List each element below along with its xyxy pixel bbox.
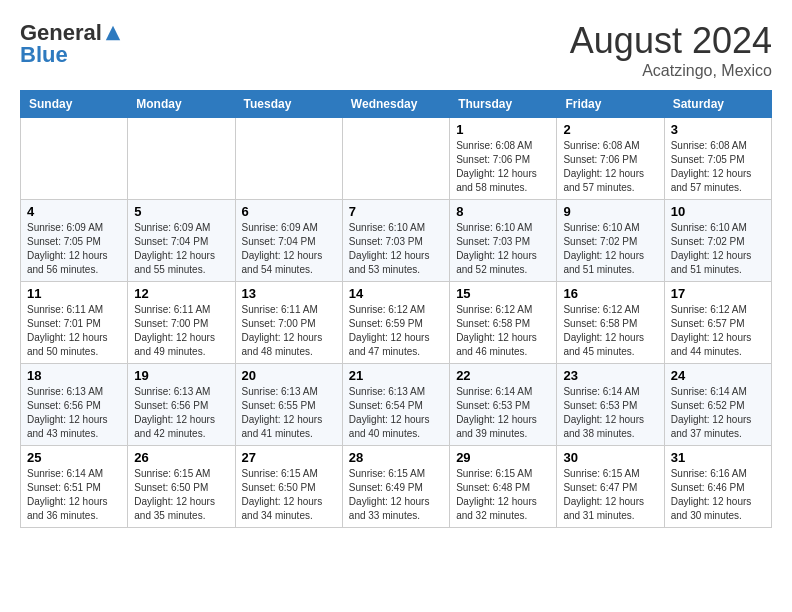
empty-day-cell bbox=[21, 118, 128, 200]
calendar-day-4: 4Sunrise: 6:09 AMSunset: 7:05 PMDaylight… bbox=[21, 200, 128, 282]
day-info: Sunrise: 6:12 AMSunset: 6:58 PMDaylight:… bbox=[456, 303, 550, 359]
empty-day-cell bbox=[342, 118, 449, 200]
calendar-week-row: 4Sunrise: 6:09 AMSunset: 7:05 PMDaylight… bbox=[21, 200, 772, 282]
calendar-day-15: 15Sunrise: 6:12 AMSunset: 6:58 PMDayligh… bbox=[450, 282, 557, 364]
logo-icon bbox=[104, 24, 122, 42]
calendar-day-26: 26Sunrise: 6:15 AMSunset: 6:50 PMDayligh… bbox=[128, 446, 235, 528]
day-info: Sunrise: 6:10 AMSunset: 7:03 PMDaylight:… bbox=[349, 221, 443, 277]
day-number: 30 bbox=[563, 450, 657, 465]
day-number: 15 bbox=[456, 286, 550, 301]
calendar-day-5: 5Sunrise: 6:09 AMSunset: 7:04 PMDaylight… bbox=[128, 200, 235, 282]
day-number: 20 bbox=[242, 368, 336, 383]
day-number: 22 bbox=[456, 368, 550, 383]
day-number: 11 bbox=[27, 286, 121, 301]
month-year-title: August 2024 bbox=[570, 20, 772, 62]
day-number: 16 bbox=[563, 286, 657, 301]
calendar-day-8: 8Sunrise: 6:10 AMSunset: 7:03 PMDaylight… bbox=[450, 200, 557, 282]
day-number: 17 bbox=[671, 286, 765, 301]
day-number: 19 bbox=[134, 368, 228, 383]
day-number: 24 bbox=[671, 368, 765, 383]
day-info: Sunrise: 6:12 AMSunset: 6:57 PMDaylight:… bbox=[671, 303, 765, 359]
calendar-day-23: 23Sunrise: 6:14 AMSunset: 6:53 PMDayligh… bbox=[557, 364, 664, 446]
day-info: Sunrise: 6:11 AMSunset: 7:00 PMDaylight:… bbox=[242, 303, 336, 359]
weekday-header-row: SundayMondayTuesdayWednesdayThursdayFrid… bbox=[21, 91, 772, 118]
empty-day-cell bbox=[235, 118, 342, 200]
day-info: Sunrise: 6:12 AMSunset: 6:59 PMDaylight:… bbox=[349, 303, 443, 359]
day-number: 9 bbox=[563, 204, 657, 219]
calendar-header: SundayMondayTuesdayWednesdayThursdayFrid… bbox=[21, 91, 772, 118]
day-number: 1 bbox=[456, 122, 550, 137]
day-number: 7 bbox=[349, 204, 443, 219]
day-number: 18 bbox=[27, 368, 121, 383]
day-info: Sunrise: 6:14 AMSunset: 6:51 PMDaylight:… bbox=[27, 467, 121, 523]
day-info: Sunrise: 6:13 AMSunset: 6:56 PMDaylight:… bbox=[134, 385, 228, 441]
day-number: 29 bbox=[456, 450, 550, 465]
day-info: Sunrise: 6:13 AMSunset: 6:56 PMDaylight:… bbox=[27, 385, 121, 441]
weekday-header-friday: Friday bbox=[557, 91, 664, 118]
day-info: Sunrise: 6:15 AMSunset: 6:48 PMDaylight:… bbox=[456, 467, 550, 523]
day-number: 28 bbox=[349, 450, 443, 465]
day-info: Sunrise: 6:14 AMSunset: 6:53 PMDaylight:… bbox=[456, 385, 550, 441]
calendar-day-28: 28Sunrise: 6:15 AMSunset: 6:49 PMDayligh… bbox=[342, 446, 449, 528]
calendar-day-24: 24Sunrise: 6:14 AMSunset: 6:52 PMDayligh… bbox=[664, 364, 771, 446]
day-info: Sunrise: 6:13 AMSunset: 6:55 PMDaylight:… bbox=[242, 385, 336, 441]
day-info: Sunrise: 6:15 AMSunset: 6:50 PMDaylight:… bbox=[134, 467, 228, 523]
day-info: Sunrise: 6:12 AMSunset: 6:58 PMDaylight:… bbox=[563, 303, 657, 359]
calendar-day-20: 20Sunrise: 6:13 AMSunset: 6:55 PMDayligh… bbox=[235, 364, 342, 446]
day-number: 25 bbox=[27, 450, 121, 465]
day-number: 4 bbox=[27, 204, 121, 219]
calendar-day-3: 3Sunrise: 6:08 AMSunset: 7:05 PMDaylight… bbox=[664, 118, 771, 200]
day-info: Sunrise: 6:10 AMSunset: 7:03 PMDaylight:… bbox=[456, 221, 550, 277]
day-info: Sunrise: 6:09 AMSunset: 7:04 PMDaylight:… bbox=[134, 221, 228, 277]
calendar-day-2: 2Sunrise: 6:08 AMSunset: 7:06 PMDaylight… bbox=[557, 118, 664, 200]
calendar-day-22: 22Sunrise: 6:14 AMSunset: 6:53 PMDayligh… bbox=[450, 364, 557, 446]
day-number: 23 bbox=[563, 368, 657, 383]
calendar-day-18: 18Sunrise: 6:13 AMSunset: 6:56 PMDayligh… bbox=[21, 364, 128, 446]
day-number: 26 bbox=[134, 450, 228, 465]
logo: General Blue bbox=[20, 20, 122, 68]
calendar-day-30: 30Sunrise: 6:15 AMSunset: 6:47 PMDayligh… bbox=[557, 446, 664, 528]
weekday-header-thursday: Thursday bbox=[450, 91, 557, 118]
calendar-week-row: 11Sunrise: 6:11 AMSunset: 7:01 PMDayligh… bbox=[21, 282, 772, 364]
weekday-header-tuesday: Tuesday bbox=[235, 91, 342, 118]
day-number: 10 bbox=[671, 204, 765, 219]
day-number: 5 bbox=[134, 204, 228, 219]
day-number: 8 bbox=[456, 204, 550, 219]
calendar-day-10: 10Sunrise: 6:10 AMSunset: 7:02 PMDayligh… bbox=[664, 200, 771, 282]
day-info: Sunrise: 6:09 AMSunset: 7:04 PMDaylight:… bbox=[242, 221, 336, 277]
day-info: Sunrise: 6:11 AMSunset: 7:00 PMDaylight:… bbox=[134, 303, 228, 359]
calendar-day-27: 27Sunrise: 6:15 AMSunset: 6:50 PMDayligh… bbox=[235, 446, 342, 528]
page-header: General Blue August 2024 Acatzingo, Mexi… bbox=[20, 20, 772, 80]
day-number: 14 bbox=[349, 286, 443, 301]
calendar-day-25: 25Sunrise: 6:14 AMSunset: 6:51 PMDayligh… bbox=[21, 446, 128, 528]
calendar-day-21: 21Sunrise: 6:13 AMSunset: 6:54 PMDayligh… bbox=[342, 364, 449, 446]
calendar-day-13: 13Sunrise: 6:11 AMSunset: 7:00 PMDayligh… bbox=[235, 282, 342, 364]
weekday-header-wednesday: Wednesday bbox=[342, 91, 449, 118]
calendar-day-29: 29Sunrise: 6:15 AMSunset: 6:48 PMDayligh… bbox=[450, 446, 557, 528]
day-info: Sunrise: 6:11 AMSunset: 7:01 PMDaylight:… bbox=[27, 303, 121, 359]
calendar-week-row: 25Sunrise: 6:14 AMSunset: 6:51 PMDayligh… bbox=[21, 446, 772, 528]
logo-blue-text: Blue bbox=[20, 42, 68, 68]
calendar-body: 1Sunrise: 6:08 AMSunset: 7:06 PMDaylight… bbox=[21, 118, 772, 528]
day-number: 12 bbox=[134, 286, 228, 301]
day-info: Sunrise: 6:09 AMSunset: 7:05 PMDaylight:… bbox=[27, 221, 121, 277]
day-info: Sunrise: 6:14 AMSunset: 6:53 PMDaylight:… bbox=[563, 385, 657, 441]
day-info: Sunrise: 6:10 AMSunset: 7:02 PMDaylight:… bbox=[671, 221, 765, 277]
calendar-day-11: 11Sunrise: 6:11 AMSunset: 7:01 PMDayligh… bbox=[21, 282, 128, 364]
day-number: 21 bbox=[349, 368, 443, 383]
day-number: 2 bbox=[563, 122, 657, 137]
title-section: August 2024 Acatzingo, Mexico bbox=[570, 20, 772, 80]
location-subtitle: Acatzingo, Mexico bbox=[570, 62, 772, 80]
calendar-day-31: 31Sunrise: 6:16 AMSunset: 6:46 PMDayligh… bbox=[664, 446, 771, 528]
day-info: Sunrise: 6:15 AMSunset: 6:50 PMDaylight:… bbox=[242, 467, 336, 523]
calendar-day-12: 12Sunrise: 6:11 AMSunset: 7:00 PMDayligh… bbox=[128, 282, 235, 364]
calendar-day-7: 7Sunrise: 6:10 AMSunset: 7:03 PMDaylight… bbox=[342, 200, 449, 282]
day-info: Sunrise: 6:13 AMSunset: 6:54 PMDaylight:… bbox=[349, 385, 443, 441]
day-info: Sunrise: 6:10 AMSunset: 7:02 PMDaylight:… bbox=[563, 221, 657, 277]
calendar-day-6: 6Sunrise: 6:09 AMSunset: 7:04 PMDaylight… bbox=[235, 200, 342, 282]
calendar-day-16: 16Sunrise: 6:12 AMSunset: 6:58 PMDayligh… bbox=[557, 282, 664, 364]
day-number: 3 bbox=[671, 122, 765, 137]
day-info: Sunrise: 6:15 AMSunset: 6:47 PMDaylight:… bbox=[563, 467, 657, 523]
weekday-header-saturday: Saturday bbox=[664, 91, 771, 118]
day-info: Sunrise: 6:08 AMSunset: 7:06 PMDaylight:… bbox=[563, 139, 657, 195]
